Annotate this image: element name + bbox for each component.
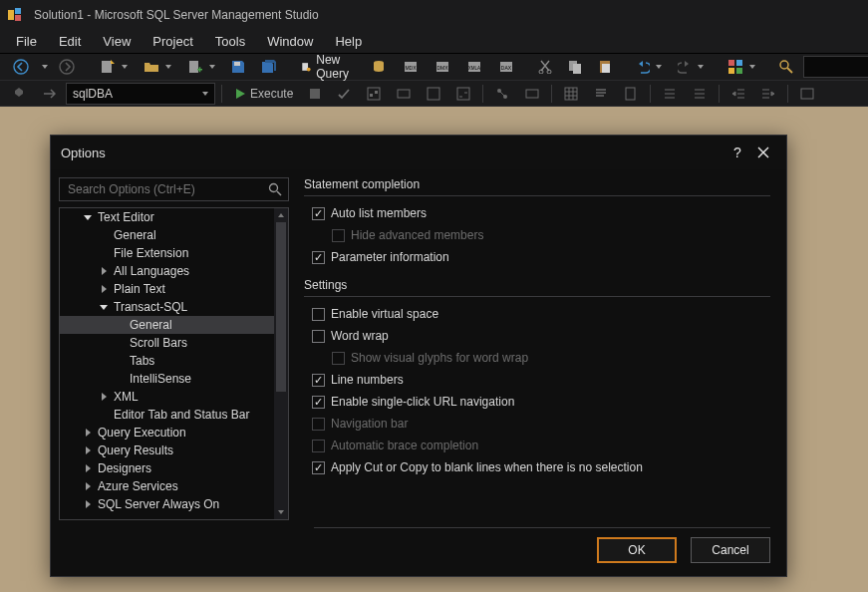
app-dashboard-button[interactable]: [722, 57, 761, 77]
tree-node-file-extension[interactable]: File Extension: [60, 244, 274, 262]
options-search-input[interactable]: [66, 181, 264, 197]
tree-node-sql-server-always-on[interactable]: SQL Server Always On: [60, 495, 274, 513]
new-item-button[interactable]: [94, 57, 134, 77]
menu-tools[interactable]: Tools: [205, 32, 255, 51]
live-stats-button[interactable]: [489, 85, 515, 103]
option-line-numbers[interactable]: Line numbers: [304, 369, 770, 391]
close-button[interactable]: [750, 140, 776, 165]
copy-button[interactable]: [562, 58, 588, 76]
options-search[interactable]: [59, 177, 289, 201]
tree-node-scroll-bars[interactable]: Scroll Bars: [60, 334, 274, 352]
specify-values-button[interactable]: [794, 85, 820, 103]
tree-node-designers[interactable]: Designers: [60, 459, 274, 477]
option-parameter-information[interactable]: Parameter information: [304, 246, 770, 268]
expander-closed-icon[interactable]: [82, 500, 94, 508]
outdent-button[interactable]: [725, 85, 751, 103]
new-query-button[interactable]: New Query: [295, 53, 361, 81]
cancel-button[interactable]: Cancel: [691, 537, 770, 563]
results-grid-button[interactable]: [558, 85, 584, 103]
tree-node-query-execution[interactable]: Query Execution: [60, 424, 274, 442]
tree-node-intellisense[interactable]: IntelliSense: [60, 370, 274, 388]
expander-open-icon[interactable]: [98, 305, 110, 310]
menu-view[interactable]: View: [93, 32, 141, 51]
option-enable-single-click-url-navigation[interactable]: Enable single-click URL navigation: [304, 391, 770, 413]
quick-launch-combo[interactable]: [803, 56, 868, 78]
results-file-button[interactable]: [618, 85, 644, 103]
tree-node-plain-text[interactable]: Plain Text: [60, 280, 274, 298]
nav-back-button[interactable]: [6, 56, 36, 78]
checkbox[interactable]: [312, 207, 325, 220]
checkbox[interactable]: [312, 308, 325, 321]
execute-button[interactable]: Execute: [228, 85, 299, 103]
tree-node-general[interactable]: General: [60, 226, 274, 244]
save-button[interactable]: [225, 58, 251, 76]
option-word-wrap[interactable]: Word wrap: [304, 325, 770, 347]
undo-button[interactable]: [630, 58, 668, 76]
save-all-button[interactable]: [255, 57, 283, 77]
scroll-up-icon[interactable]: [274, 208, 288, 222]
debug-target-button[interactable]: [6, 85, 32, 103]
db-engine-query-button[interactable]: [365, 57, 393, 77]
menu-file[interactable]: File: [6, 32, 47, 51]
intellisense-toggle-button[interactable]: [421, 85, 446, 103]
menu-help[interactable]: Help: [325, 32, 372, 51]
open-button[interactable]: [138, 57, 177, 77]
database-combo[interactable]: sqlDBA: [66, 83, 215, 105]
change-connection-button[interactable]: [36, 85, 62, 103]
tree-node-all-languages[interactable]: All Languages: [60, 262, 274, 280]
results-text-button[interactable]: [588, 85, 614, 103]
help-button[interactable]: ?: [724, 140, 750, 165]
parse-button[interactable]: [331, 85, 357, 103]
dax-query-button[interactable]: DAX: [492, 57, 520, 77]
checkbox[interactable]: [312, 330, 325, 343]
tree-node-xml[interactable]: XML: [60, 388, 274, 406]
expander-closed-icon[interactable]: [82, 429, 94, 437]
menu-window[interactable]: Window: [257, 32, 323, 51]
expander-closed-icon[interactable]: [82, 446, 94, 454]
find-button[interactable]: [773, 58, 799, 76]
query-options-button[interactable]: [391, 85, 417, 103]
expander-closed-icon[interactable]: [82, 464, 94, 472]
menu-project[interactable]: Project: [143, 32, 202, 51]
tree-scrollbar[interactable]: [274, 208, 288, 519]
ok-button[interactable]: OK: [597, 537, 677, 563]
client-stats-button[interactable]: [519, 85, 545, 103]
scroll-down-icon[interactable]: [274, 505, 288, 519]
xmla-query-button[interactable]: XMLA: [460, 57, 488, 77]
uncomment-button[interactable]: [687, 85, 713, 103]
dmx-query-button[interactable]: DMX: [429, 57, 456, 77]
checkbox[interactable]: [312, 251, 325, 264]
checkbox[interactable]: [312, 396, 325, 409]
expander-closed-icon[interactable]: [82, 482, 94, 490]
option-enable-virtual-space[interactable]: Enable virtual space: [304, 303, 770, 325]
menu-edit[interactable]: Edit: [49, 32, 91, 51]
tree-node-general[interactable]: General: [60, 316, 274, 334]
expander-closed-icon[interactable]: [98, 267, 110, 275]
option-auto-list-members[interactable]: Auto list members: [304, 202, 770, 224]
expander-closed-icon[interactable]: [98, 285, 110, 293]
tree-node-editor-tab-and-status-bar[interactable]: Editor Tab and Status Bar: [60, 406, 274, 424]
indent-button[interactable]: [755, 85, 781, 103]
scroll-thumb[interactable]: [276, 222, 286, 392]
add-file-button[interactable]: [181, 57, 221, 77]
tree-node-tabs[interactable]: Tabs: [60, 352, 274, 370]
actual-plan-button[interactable]: [450, 85, 476, 103]
checkbox[interactable]: [312, 461, 325, 474]
cut-button[interactable]: [532, 58, 558, 76]
mdx-query-button[interactable]: MDX: [397, 57, 425, 77]
expander-closed-icon[interactable]: [98, 393, 110, 401]
dropdown-caret-icon[interactable]: [42, 65, 48, 69]
expander-open-icon[interactable]: [82, 215, 94, 220]
checkbox[interactable]: [312, 374, 325, 387]
stop-button[interactable]: [303, 86, 327, 102]
tree-node-transact-sql[interactable]: Transact-SQL: [60, 298, 274, 316]
tree-node-azure-services[interactable]: Azure Services: [60, 477, 274, 495]
paste-button[interactable]: [592, 58, 618, 76]
nav-fwd-button[interactable]: [52, 56, 82, 78]
redo-button[interactable]: [672, 58, 710, 76]
option-apply-cut-or-copy-to-blank-lines-when-there-is-no-selection[interactable]: Apply Cut or Copy to blank lines when th…: [304, 456, 770, 478]
comment-button[interactable]: [657, 85, 683, 103]
tree-node-text-editor[interactable]: Text Editor: [60, 208, 274, 226]
tree-node-query-results[interactable]: Query Results: [60, 442, 274, 459]
estimated-plan-button[interactable]: [361, 85, 387, 103]
